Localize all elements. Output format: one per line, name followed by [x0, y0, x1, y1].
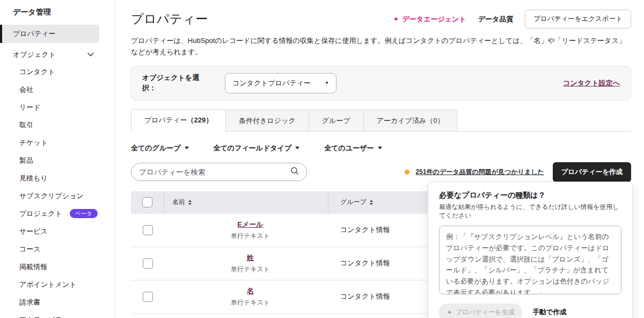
- sidebar-item-projects[interactable]: プロジェクト ベータ: [0, 205, 114, 222]
- sidebar-item-deals[interactable]: 取引: [0, 116, 114, 134]
- search-input[interactable]: [139, 168, 290, 176]
- sidebar-item-label: アクティビティー: [19, 315, 76, 318]
- tab-count: （229）: [187, 116, 213, 124]
- popup-subtitle: 最適な結果が得られるように、できるだけ詳しい情報を使用してください: [439, 203, 621, 220]
- sidebar-item-invoices[interactable]: 請求書: [0, 293, 114, 311]
- property-type: 単行テキスト: [231, 298, 270, 307]
- warning-dot-icon: [405, 170, 409, 175]
- caret-down-icon: [185, 147, 189, 149]
- sidebar-item-label: チケット: [19, 138, 48, 148]
- sidebar-item-listings[interactable]: 掲載情報: [0, 258, 114, 276]
- sidebar-item-activities[interactable]: アクティビティー: [0, 311, 114, 318]
- sidebar-item-label: 製品: [19, 156, 33, 165]
- sparkle-icon: ✦: [393, 15, 399, 23]
- sidebar-item-services[interactable]: サービス: [0, 222, 114, 240]
- tab-bar: プロパティー（229） 条件付きロジック グループ アーカイブ済み（0）: [131, 110, 631, 132]
- column-header-group: グループ: [340, 198, 367, 207]
- sidebar-item-leads[interactable]: リード: [0, 98, 114, 116]
- ai-property-popup: 必要なプロパティーの種類は？ 最適な結果が得られるように、できるだけ詳しい情報を…: [428, 182, 633, 318]
- property-group: コンタクト情報: [340, 292, 390, 301]
- object-select-value: コンタクトプロパティー: [232, 78, 311, 88]
- sidebar-item-label: 会社: [19, 85, 33, 95]
- sidebar-item-properties[interactable]: プロパティー: [0, 25, 99, 43]
- sidebar-item-label: 取引: [19, 120, 33, 130]
- caret-down-icon: [378, 147, 382, 149]
- page-title: プロパティー: [131, 11, 208, 27]
- tab-label: 条件付きロジック: [239, 117, 296, 125]
- manual-create-link[interactable]: 手動で作成: [533, 308, 567, 317]
- sidebar-item-products[interactable]: 製品: [0, 151, 114, 169]
- property-group: コンタクト情報: [340, 225, 390, 235]
- property-search: [131, 163, 307, 181]
- tab-label: プロパティー: [144, 116, 187, 124]
- sidebar-item-tickets[interactable]: チケット: [0, 134, 114, 151]
- sidebar-item-label: サブスクリプション: [19, 191, 84, 201]
- property-type: 単行テキスト: [231, 265, 270, 274]
- filter-bar: 全てのグループ 全てのフィールドタイプ 全てのユーザー: [131, 143, 631, 153]
- object-select-panel: オブジェクトを選択： コンタクトプロパティー ▼ コンタクト設定へ: [131, 66, 631, 100]
- sort-icon[interactable]: [370, 200, 373, 205]
- sidebar-item-label: 請求書: [19, 298, 40, 307]
- sidebar-item-label: アポイントメント: [19, 280, 76, 290]
- create-property-button[interactable]: プロパティーを作成: [553, 162, 631, 182]
- row-checkbox[interactable]: [143, 292, 153, 302]
- beta-badge: ベータ: [70, 209, 98, 218]
- sidebar-group-label: オブジェクト: [13, 50, 56, 60]
- property-link[interactable]: 名: [247, 286, 254, 296]
- sidebar-item-label: コンタクト: [19, 67, 55, 77]
- tab-archived[interactable]: アーカイブ済み（0）: [363, 110, 458, 131]
- object-select-label: オブジェクトを選択：: [142, 73, 208, 92]
- caret-down-icon: ▼: [325, 81, 329, 85]
- row-checkbox[interactable]: [143, 225, 153, 235]
- generate-property-label: プロパティーを生成: [456, 308, 515, 317]
- chevron-down-icon: [87, 53, 94, 56]
- export-properties-button[interactable]: プロパティーをエクスポート: [525, 10, 631, 28]
- search-icon: [290, 167, 299, 177]
- property-group: コンタクト情報: [340, 258, 390, 268]
- tab-properties[interactable]: プロパティー（229）: [131, 109, 226, 132]
- contact-settings-link[interactable]: コンタクト設定へ: [563, 78, 620, 88]
- sidebar-item-contacts[interactable]: コンタクト: [0, 63, 114, 81]
- sidebar-item-quotes[interactable]: 見積もり: [0, 169, 114, 187]
- filter-all-groups[interactable]: 全てのグループ: [131, 143, 189, 153]
- caret-down-icon: [295, 147, 299, 149]
- filter-label: 全てのユーザー: [324, 143, 374, 153]
- column-header-name: 名前: [172, 198, 185, 207]
- generate-property-button[interactable]: ✦ プロパティーを生成: [439, 303, 522, 318]
- sidebar-item-label: プロジェクト: [19, 209, 62, 219]
- sidebar-group-objects[interactable]: オブジェクト: [0, 46, 114, 63]
- data-quality-issues-link[interactable]: 251件のデータ品質の問題が見つかりました: [416, 168, 544, 177]
- data-agent-link[interactable]: ✦ データエージェント: [393, 15, 466, 24]
- sidebar-item-courses[interactable]: コース: [0, 240, 114, 258]
- sidebar-title: データ管理: [0, 0, 114, 19]
- object-select-dropdown[interactable]: コンタクトプロパティー ▼: [225, 73, 336, 93]
- filter-all-field-types[interactable]: 全てのフィールドタイプ: [214, 143, 300, 153]
- data-agent-label: データエージェント: [402, 15, 466, 24]
- sidebar-item-appointments[interactable]: アポイントメント: [0, 276, 114, 293]
- data-quality-link[interactable]: データ品質: [478, 15, 514, 24]
- sidebar-item-label: プロパティー: [13, 29, 56, 39]
- property-link[interactable]: Eメール: [237, 220, 263, 229]
- property-link[interactable]: 姓: [247, 253, 254, 263]
- tab-label: グループ: [322, 117, 350, 125]
- row-checkbox[interactable]: [143, 258, 153, 269]
- filter-all-users[interactable]: 全てのユーザー: [324, 143, 382, 153]
- sidebar-item-label: 見積もり: [19, 174, 48, 183]
- tab-groups[interactable]: グループ: [309, 110, 364, 131]
- sidebar: データ管理 プロパティー オブジェクト コンタクト 会社 リード 取引 チケット…: [0, 0, 115, 318]
- sidebar-item-label: コース: [19, 244, 41, 254]
- sort-icon[interactable]: [188, 200, 192, 205]
- page-description: プロパティーは、HubSpotのレコードに関する情報の収集と保存に使用します。例…: [131, 35, 631, 58]
- filter-label: 全てのグループ: [131, 143, 181, 153]
- popup-title: 必要なプロパティーの種類は？: [439, 191, 621, 200]
- sidebar-item-companies[interactable]: 会社: [0, 81, 114, 98]
- select-all-checkbox[interactable]: [142, 197, 152, 207]
- sidebar-item-label: サービス: [19, 227, 48, 236]
- property-description-textarea[interactable]: [439, 226, 621, 294]
- sidebar-item-label: リード: [19, 103, 41, 112]
- property-type: 単行テキスト: [231, 232, 270, 241]
- filter-label: 全てのフィールドタイプ: [214, 143, 292, 153]
- tab-conditional-logic[interactable]: 条件付きロジック: [225, 110, 309, 131]
- sidebar-item-subscriptions[interactable]: サブスクリプション: [0, 187, 114, 205]
- sparkle-icon: ✦: [447, 308, 452, 316]
